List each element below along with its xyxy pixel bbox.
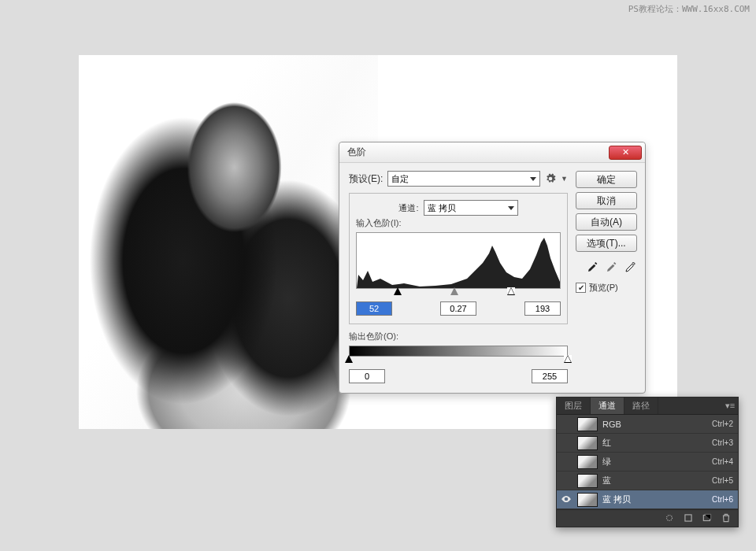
preview-checkbox-row[interactable]: ✔ 预览(P) [576,282,637,294]
photo-portrait [79,55,378,429]
delete-channel-icon[interactable] [721,512,732,525]
channel-thumb [577,455,598,469]
close-button[interactable]: ✕ [609,146,642,160]
channel-item[interactable]: 绿 Ctrl+4 [557,453,738,471]
channel-thumb [577,474,598,488]
channel-shortcut: Ctrl+2 [697,420,733,428]
white-point-handle[interactable] [507,287,515,295]
input-fieldset: 通道: 蓝 拷贝 输入色阶(I): 52 [349,193,568,324]
tab-paths[interactable]: 路径 [624,398,658,414]
new-channel-icon[interactable] [702,512,713,525]
input-slider[interactable] [356,287,561,298]
channel-shortcut: Ctrl+3 [697,438,733,447]
panel-menu-icon[interactable]: ▾≡ [722,398,738,414]
input-levels-label: 输入色阶(I): [356,217,561,229]
channel-name: 蓝 [602,475,692,486]
channel-name: 红 [602,437,692,449]
cancel-button[interactable]: 取消 [576,192,637,209]
output-levels-label: 输出色阶(O): [349,331,568,342]
input-black-field[interactable]: 52 [356,301,392,316]
output-section: 输出色阶(O): 0 255 [349,331,568,383]
auto-button[interactable]: 自动(A) [576,213,637,231]
output-black-field[interactable]: 0 [349,369,385,383]
channel-thumb [577,436,598,450]
output-white-handle[interactable] [564,355,572,363]
eyedropper-gray-icon[interactable] [606,261,618,273]
ok-button[interactable]: 确定 [576,171,637,188]
channel-item[interactable]: 蓝 Ctrl+5 [557,471,738,490]
tab-layers[interactable]: 图层 [557,398,591,414]
tab-channels[interactable]: 通道 [591,398,624,414]
channel-shortcut: Ctrl+5 [697,476,733,485]
dialog-title: 色阶 [347,146,366,159]
eyedropper-black-icon[interactable] [587,261,599,273]
preview-label: 预览(P) [589,282,618,294]
save-selection-icon[interactable] [683,512,694,525]
load-selection-icon[interactable] [664,512,675,525]
channel-item[interactable]: 红 Ctrl+3 [557,434,738,453]
visibility-toggle[interactable] [560,494,573,506]
channel-name: RGB [602,420,692,429]
black-point-handle[interactable] [394,287,402,295]
channel-thumb [577,493,598,507]
channels-panel: 图层 通道 路径 ▾≡ RGB Ctrl+2 红 Ctrl+3 绿 Ctrl+4… [556,397,739,527]
close-icon: ✕ [622,147,629,157]
watermark-text: PS教程论坛：WWW.16xx8.COM [628,3,750,15]
channel-name: 绿 [602,456,692,468]
output-slider[interactable] [349,355,568,366]
preset-label: 预设(E): [349,172,383,186]
eye-icon [561,494,572,506]
dialog-titlebar[interactable]: 色阶 ✕ [339,142,645,163]
options-button[interactable]: 选项(T)... [576,235,637,252]
panel-tabs: 图层 通道 路径 ▾≡ [557,398,738,415]
svg-point-0 [667,515,673,520]
preset-select[interactable]: 自定 [387,171,540,187]
preview-checkbox[interactable]: ✔ [576,283,586,293]
gamma-handle[interactable] [450,287,458,295]
svg-rect-1 [685,514,691,520]
channel-label: 通道: [398,202,418,214]
output-white-field[interactable]: 255 [532,369,568,383]
histogram[interactable] [356,232,561,289]
output-black-handle[interactable] [345,355,353,363]
input-gamma-field[interactable]: 0.27 [440,301,476,316]
channel-shortcut: Ctrl+6 [697,495,733,504]
eyedropper-white-icon[interactable] [624,261,637,273]
channel-value: 蓝 拷贝 [428,202,456,214]
channel-item[interactable]: RGB Ctrl+2 [557,415,738,434]
channel-thumb [577,417,598,431]
panel-footer [557,509,738,527]
channel-shortcut: Ctrl+4 [697,457,733,466]
channel-select[interactable]: 蓝 拷贝 [424,200,518,216]
channel-name: 蓝 拷贝 [602,494,692,505]
input-white-field[interactable]: 193 [524,301,561,316]
levels-dialog: 色阶 ✕ 预设(E): 自定 ▼ 通道: 蓝 拷贝 [339,142,646,394]
preset-value: 自定 [391,173,409,185]
channel-item[interactable]: 蓝 拷贝 Ctrl+6 [557,490,738,509]
chevron-down-icon[interactable]: ▼ [561,175,568,183]
gear-icon[interactable] [545,173,556,184]
